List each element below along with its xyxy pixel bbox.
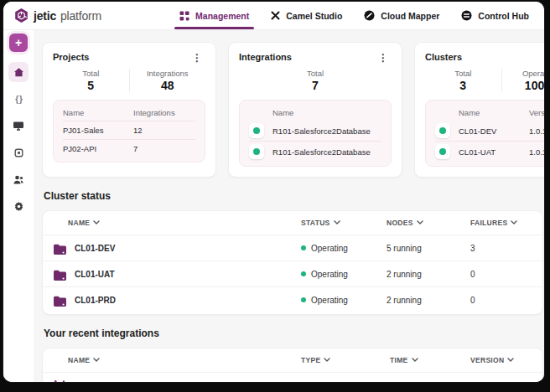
table-row[interactable]: R101-Salesforce2Database	[249, 141, 381, 162]
table-row[interactable]: PJ01-Sales 12	[63, 121, 195, 139]
green-status-dot	[301, 271, 306, 276]
table-header-row: NAME STATUS NODES FAILURES	[43, 211, 542, 235]
tab-label: Camel Studio	[286, 11, 342, 21]
integration-network-icon	[53, 379, 66, 382]
brand-suffix: platform	[60, 9, 101, 23]
tab-management[interactable]: Management	[179, 2, 249, 29]
chevron-down-icon	[324, 358, 330, 363]
table-header-row: NAME TYPE TIME VERSION	[43, 348, 542, 372]
column-header-status[interactable]: STATUS	[301, 219, 387, 227]
projects-card-title: Projects	[53, 52, 89, 62]
brand-name: jetic	[34, 9, 56, 23]
status-badge: Operating	[301, 296, 387, 305]
chevron-down-icon	[507, 358, 514, 363]
status-chip	[249, 123, 264, 138]
status-chip	[435, 123, 450, 138]
column-header-type[interactable]: TYPE	[301, 356, 390, 364]
tab-camel-studio[interactable]: Camel Studio	[271, 2, 342, 29]
stat-operating: Operating 100%	[502, 69, 545, 92]
green-status-dot	[439, 127, 446, 134]
gear-icon	[13, 201, 24, 212]
sidebar-item-deployments[interactable]	[8, 142, 29, 162]
status-badge: Operating	[301, 244, 387, 253]
column-header-version[interactable]: VERSION	[470, 356, 542, 364]
chevron-down-icon	[93, 220, 100, 225]
status-chip	[249, 144, 264, 159]
sidebar-item-code[interactable]: { }	[8, 89, 29, 109]
chevron-down-icon	[511, 220, 517, 225]
column-header-name[interactable]: NAME	[43, 356, 301, 364]
integrations-card: Integrations ⋮ Total 7 Name	[228, 42, 402, 178]
table-row[interactable]: CL01-PRD Operating 2 running 0	[43, 286, 542, 312]
green-status-dot	[253, 148, 260, 155]
sidebar-item-home[interactable]	[8, 62, 29, 82]
tab-control-hub[interactable]: Control Hub	[461, 2, 529, 29]
jetic-logo-icon	[13, 8, 29, 23]
summary-cards: Projects ⋮ Total 5 Integrations 48	[42, 42, 544, 178]
chevron-down-icon	[93, 358, 100, 363]
table-row[interactable]: CL01-UAT 1.0.1	[435, 141, 544, 162]
table-row[interactable]: CL01-DEV Operating 5 running 3	[43, 235, 542, 260]
table-row[interactable]: CL01-UAT Operating 2 running 0	[43, 260, 542, 286]
tab-label: Cloud Mapper	[381, 11, 439, 21]
home-icon	[13, 67, 24, 78]
users-icon	[13, 174, 24, 185]
green-status-dot	[301, 297, 306, 302]
clusters-mini-table: Name Version CL01-DEV 1.0.1 CL01-UAT 1.0…	[425, 100, 544, 167]
integrations-mini-table: Name R101-Salesforce2Database R101-Sales…	[239, 100, 392, 167]
tab-cloud-mapper[interactable]: Cloud Mapper	[364, 2, 439, 29]
status-badge: Operating	[301, 270, 387, 279]
status-chip	[435, 144, 450, 159]
stat-total: Total 3	[425, 69, 501, 92]
recent-integrations-table: NAME TYPE TIME VERSION	[42, 348, 543, 382]
camel-studio-icon	[271, 11, 280, 20]
column-header-name[interactable]: NAME	[43, 219, 301, 227]
kebab-menu-icon[interactable]: ⋮	[189, 52, 205, 64]
cluster-status-heading: Cluster status	[44, 190, 544, 202]
chevron-down-icon	[334, 220, 340, 225]
grid-icon	[179, 11, 189, 21]
folder-icon	[53, 268, 66, 281]
monitor-icon	[13, 121, 24, 132]
column-header-failures[interactable]: FAILURES	[470, 219, 542, 227]
recent-integrations-heading: Your recent integrations	[44, 328, 544, 339]
integrations-card-title: Integrations	[239, 52, 292, 62]
green-status-dot	[253, 127, 260, 134]
clusters-card: Clusters ⋮ Total 3 Operating 100%	[414, 42, 544, 178]
chip-icon	[13, 147, 24, 158]
braces-icon: { }	[15, 95, 22, 104]
chevron-down-icon	[417, 220, 423, 225]
chevron-down-icon	[412, 358, 418, 363]
add-button[interactable]: +	[9, 34, 28, 52]
tab-label: Control Hub	[478, 11, 529, 21]
table-row[interactable]: PJ02-API 7	[63, 139, 195, 157]
column-header-nodes[interactable]: NODES	[387, 219, 470, 227]
projects-mini-table: Name Integrations PJ01-Sales 12 PJ02-API…	[53, 100, 205, 162]
tab-label: Management	[195, 11, 249, 21]
sidebar-item-users[interactable]	[8, 169, 29, 189]
table-row[interactable]: R101_API25_Salesforce API 2d 1.0.1	[43, 372, 542, 382]
sidebar-item-monitor[interactable]	[8, 116, 29, 136]
brand-logo: jetic platform	[13, 8, 101, 23]
top-bar: jetic platform Management	[3, 2, 544, 30]
sidebar-item-settings[interactable]	[8, 196, 29, 216]
table-row[interactable]: CL01-DEV 1.0.1	[435, 121, 544, 141]
table-row[interactable]: R101-Salesforce2Database	[249, 121, 381, 141]
main-nav: Management Camel Studio Cloud Mapper	[179, 2, 529, 29]
sidebar: + { }	[3, 30, 34, 382]
stat-total: Total 7	[239, 69, 392, 92]
projects-card: Projects ⋮ Total 5 Integrations 48	[42, 42, 216, 178]
folder-icon	[53, 294, 66, 307]
folder-icon	[53, 242, 66, 255]
main-content: Projects ⋮ Total 5 Integrations 48	[34, 30, 544, 382]
control-hub-icon	[461, 10, 472, 21]
app-window: jetic platform Management	[3, 2, 544, 382]
cloud-mapper-icon	[364, 10, 375, 21]
cluster-status-table: NAME STATUS NODES FAILURES	[42, 210, 543, 315]
column-header-time[interactable]: TIME	[390, 356, 470, 364]
green-status-dot	[439, 148, 446, 155]
kebab-menu-icon[interactable]: ⋮	[375, 52, 392, 64]
green-status-dot	[301, 245, 306, 250]
stat-total: Total 5	[53, 69, 129, 92]
stat-integrations: Integrations 48	[130, 69, 206, 92]
